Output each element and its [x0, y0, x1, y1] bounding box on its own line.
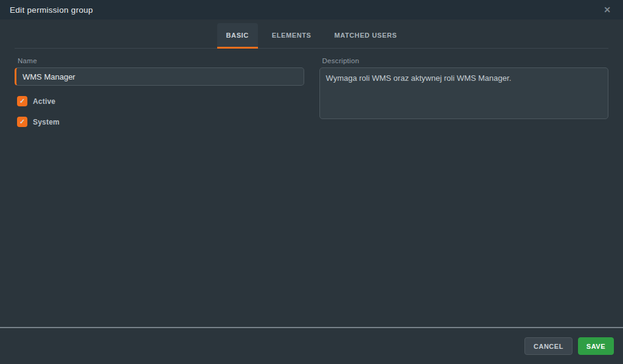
checkbox-active-label: Active: [33, 97, 55, 106]
right-column: Description Wymaga roli WMS oraz aktywne…: [319, 49, 609, 122]
description-textarea[interactable]: Wymaga roli WMS oraz aktywnej roli WMS M…: [319, 67, 609, 119]
checkbox-active[interactable]: ✓ Active: [17, 96, 304, 106]
cancel-button[interactable]: CANCEL: [524, 337, 573, 355]
dialog-content: Name ✓ Active ✓ System Description Wymag…: [0, 49, 623, 327]
close-icon[interactable]: ✕: [601, 4, 613, 15]
save-button[interactable]: SAVE: [578, 337, 614, 355]
edit-permission-group-dialog: Edit permission group ✕ BASIC ELEMENTS M…: [0, 0, 623, 364]
dialog-title: Edit permission group: [10, 5, 93, 15]
tab-elements[interactable]: ELEMENTS: [263, 23, 321, 49]
checkbox-checked-icon[interactable]: ✓: [17, 96, 27, 106]
checkbox-checked-icon[interactable]: ✓: [17, 117, 27, 127]
name-input[interactable]: [15, 67, 304, 86]
checkbox-system-label: System: [33, 118, 60, 126]
tab-matched-users[interactable]: MATCHED USERS: [325, 23, 406, 49]
checkbox-system[interactable]: ✓ System: [17, 117, 304, 127]
description-label: Description: [322, 57, 609, 64]
tab-basic[interactable]: BASIC: [217, 23, 258, 49]
name-label: Name: [18, 57, 304, 64]
dialog-titlebar: Edit permission group ✕: [0, 0, 623, 19]
tab-bar: BASIC ELEMENTS MATCHED USERS: [0, 19, 623, 49]
left-column: Name ✓ Active ✓ System: [15, 49, 304, 127]
dialog-footer: CANCEL SAVE: [0, 327, 623, 364]
